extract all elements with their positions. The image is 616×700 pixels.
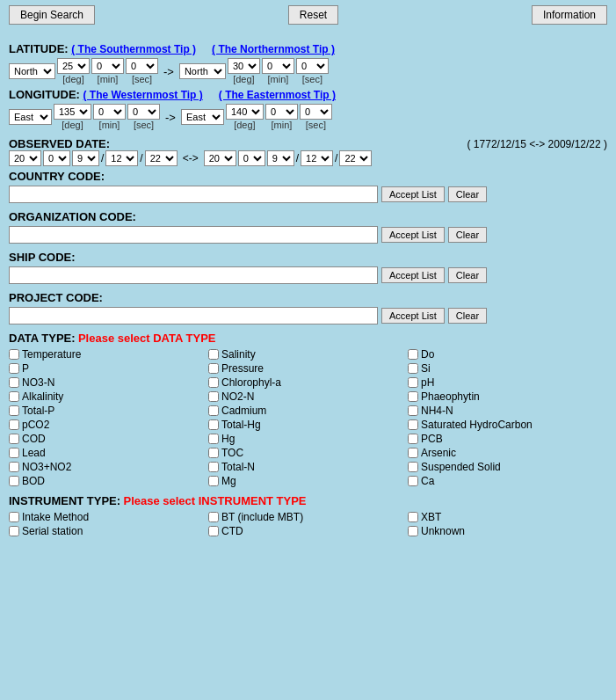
information-button[interactable]: Information: [532, 5, 607, 25]
lat-south-min-select[interactable]: 01020304050: [91, 58, 124, 74]
project-clear-button[interactable]: Clear: [448, 308, 487, 324]
instrument-type-item-label: Unknown: [421, 525, 465, 537]
lon-east-min-select[interactable]: 01020304050: [265, 104, 298, 120]
data-type-checkbox-do[interactable]: [408, 349, 418, 360]
data-type-item: Total-P: [9, 405, 208, 417]
project-accept-button[interactable]: Accept List: [381, 308, 445, 324]
data-type-item-label: Temperature: [22, 348, 81, 361]
lon-east-sec-select[interactable]: 01020304050: [300, 104, 332, 120]
lat-south-sec-select[interactable]: 01020304050: [126, 58, 158, 74]
ship-accept-button[interactable]: Accept List: [381, 267, 445, 283]
data-type-checkbox-ph[interactable]: [408, 377, 418, 388]
data-type-checkbox-total-n[interactable]: [208, 462, 219, 472]
start-day-select[interactable]: 2212153031: [145, 150, 178, 166]
org-clear-button[interactable]: Clear: [448, 227, 487, 243]
instrument-checkbox-intake-method[interactable]: [9, 512, 19, 522]
data-type-checkbox-si[interactable]: [408, 363, 418, 374]
data-type-item-label: Lead: [22, 447, 46, 459]
org-accept-button[interactable]: Accept List: [381, 227, 445, 243]
data-type-checkbox-p[interactable]: [9, 363, 19, 374]
data-type-checkbox-bod[interactable]: [9, 476, 19, 486]
country-code-input[interactable]: [9, 186, 378, 203]
lat-north-sec-select[interactable]: 01020304050: [296, 58, 329, 74]
data-type-item-label: Salinity: [221, 348, 256, 361]
ship-code-row: Accept List Clear: [9, 266, 607, 284]
start-y2-select[interactable]: 019: [43, 150, 70, 166]
data-type-item-label: Ca: [421, 475, 434, 487]
data-type-item-label: Total-N: [221, 461, 255, 473]
data-type-checkbox-suspended-solid[interactable]: [408, 462, 418, 472]
data-type-checkbox-saturated-hydrocarbon[interactable]: [408, 419, 418, 430]
longitude-section-label: LONGITUDE: ( The Westernmost Tip ) ( The…: [9, 88, 607, 101]
project-code-input[interactable]: [9, 307, 378, 324]
data-type-checkbox-mg[interactable]: [208, 476, 219, 486]
start-y1-select[interactable]: 201918: [9, 150, 41, 166]
data-type-item: pCO2: [9, 419, 208, 431]
data-type-checkbox-no3+no2[interactable]: [9, 462, 19, 472]
lat-north-deg-select[interactable]: 3001020405060708090: [228, 58, 260, 74]
country-clear-button[interactable]: Clear: [448, 186, 487, 202]
data-type-checkbox-toc[interactable]: [208, 448, 219, 458]
lat-south-dir-select[interactable]: NorthSouth: [9, 63, 55, 79]
lat-north-min-select[interactable]: 01020304050: [262, 58, 294, 74]
end-y3-select[interactable]: 901: [267, 150, 294, 166]
instrument-checkbox-bt-(include-mbt)[interactable]: [208, 512, 219, 522]
org-code-input[interactable]: [9, 226, 378, 244]
data-type-item: COD: [9, 433, 208, 445]
lon-west-dir-select[interactable]: EastWest: [9, 109, 52, 125]
end-month-select[interactable]: 121234567891011: [301, 150, 333, 166]
data-type-checkbox-pcb[interactable]: [408, 434, 418, 444]
data-type-checkbox-ca[interactable]: [408, 476, 418, 486]
country-accept-button[interactable]: Accept List: [381, 186, 445, 202]
lon-east-deg-select[interactable]: 1400306090120150180: [226, 104, 264, 120]
lon-west-sec-select[interactable]: 01020304050: [127, 104, 160, 120]
instrument-checkbox-serial-station[interactable]: [9, 526, 19, 536]
data-type-checkbox-total-p[interactable]: [9, 405, 19, 416]
ship-clear-button[interactable]: Clear: [448, 267, 487, 283]
lat-north-deg-group: 3001020405060708090 [deg]: [228, 58, 260, 84]
ship-code-input[interactable]: [9, 266, 378, 284]
data-type-checkbox-pco2[interactable]: [9, 419, 19, 430]
reset-button[interactable]: Reset: [288, 5, 338, 25]
data-type-checkbox-no2-n[interactable]: [208, 391, 219, 402]
data-type-checkbox-nh4-n[interactable]: [408, 405, 418, 416]
data-type-checkbox-lead[interactable]: [9, 448, 19, 458]
start-month-select[interactable]: 121234567891011: [105, 150, 138, 166]
data-type-checkbox-cadmium[interactable]: [208, 405, 219, 416]
data-type-checkbox-total-hg[interactable]: [208, 419, 219, 430]
end-day-select[interactable]: 2212153031: [339, 150, 372, 166]
begin-search-button[interactable]: Begin Search: [9, 5, 95, 25]
instrument-checkbox-unknown[interactable]: [408, 526, 418, 536]
data-type-checkbox-phaeophytin[interactable]: [408, 391, 418, 402]
instrument-checkbox-xbt[interactable]: [408, 512, 418, 522]
data-type-item: Alkalinity: [9, 390, 208, 403]
data-type-item-label: NO3-N: [22, 376, 54, 389]
instrument-checkbox-ctd[interactable]: [208, 526, 219, 536]
data-type-checkbox-cod[interactable]: [9, 434, 19, 444]
lon-west-deg-select[interactable]: 1350306090120150180: [54, 104, 91, 120]
data-type-checkbox-alkalinity[interactable]: [9, 391, 19, 402]
lon-west-min-select[interactable]: 01020304050: [93, 104, 126, 120]
data-type-item: PCB: [408, 433, 607, 445]
data-type-checkbox-no3-n[interactable]: [9, 377, 19, 388]
lat-north-min-group: 01020304050 [min]: [262, 58, 294, 84]
end-y1-select[interactable]: 201918: [204, 150, 236, 166]
start-y3-select[interactable]: 901: [72, 150, 99, 166]
data-type-item-label: PCB: [421, 433, 443, 445]
data-type-checkbox-hg[interactable]: [208, 434, 219, 444]
lat-south-dir-group: NorthSouth: [9, 63, 55, 79]
lat-north-dir-select[interactable]: NorthSouth: [179, 63, 226, 79]
lat-south-deg-select[interactable]: 250102030405060708090: [57, 58, 90, 74]
lon-east-min-unit: [min]: [272, 120, 293, 130]
data-type-item: Do: [408, 348, 607, 361]
data-type-checkbox-salinity[interactable]: [208, 349, 219, 360]
data-type-item: TOC: [208, 447, 408, 459]
data-type-checkbox-chlorophyl-a[interactable]: [208, 377, 219, 388]
end-y2-select[interactable]: 019: [238, 150, 265, 166]
data-type-checkbox-pressure[interactable]: [208, 363, 219, 374]
data-type-item-label: Si: [421, 362, 431, 375]
lon-east-dir-select[interactable]: EastWest: [181, 109, 224, 125]
data-type-checkbox-arsenic[interactable]: [408, 448, 418, 458]
org-code-row: Accept List Clear: [9, 226, 607, 244]
data-type-checkbox-temperature[interactable]: [9, 349, 19, 360]
